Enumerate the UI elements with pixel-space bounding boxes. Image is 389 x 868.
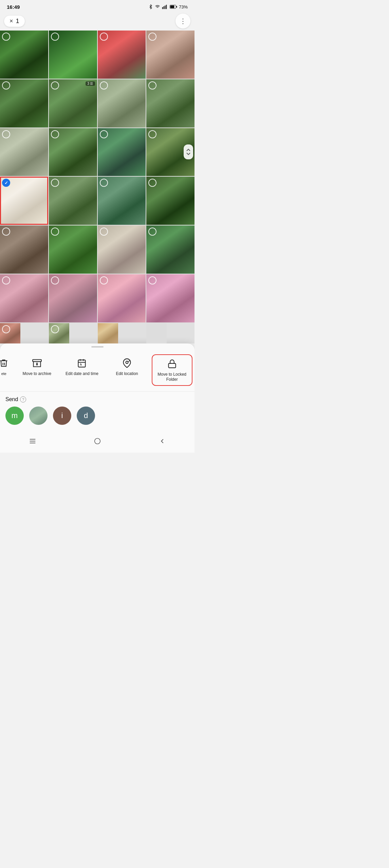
select-circle	[148, 130, 156, 138]
photo-cell[interactable]	[0, 323, 20, 343]
help-icon[interactable]: ?	[20, 396, 26, 402]
nav-bar	[0, 431, 194, 453]
select-circle	[51, 81, 59, 90]
edit-date-label: Edit date and time	[66, 371, 98, 377]
nav-back-button[interactable]	[155, 434, 170, 449]
status-bar: 16:49 73%	[0, 0, 194, 12]
svg-rect-4	[166, 5, 167, 9]
photo-cell[interactable]	[146, 225, 194, 274]
photo-cell[interactable]	[0, 79, 48, 127]
selection-badge[interactable]: × 1	[4, 16, 25, 27]
edit-location-label: Edit location	[116, 371, 138, 377]
more-options-button[interactable]: ⋮	[175, 14, 190, 28]
contact-item[interactable]: m	[5, 407, 24, 425]
contact-avatar: m	[5, 407, 24, 425]
select-circle	[2, 325, 10, 333]
photo-cell[interactable]	[146, 323, 167, 343]
move-to-locked-action[interactable]: Move to Locked Folder	[152, 354, 192, 386]
svg-rect-20	[168, 363, 175, 368]
select-circle	[2, 81, 10, 90]
photo-cell[interactable]	[49, 323, 69, 343]
svg-line-18	[128, 361, 130, 361]
photo-cell[interactable]	[98, 274, 146, 322]
location-icon	[121, 357, 133, 369]
stack-badge: 3 ☰	[86, 81, 95, 86]
contact-item[interactable]	[29, 407, 48, 425]
contact-avatar: d	[77, 407, 95, 425]
select-circle	[100, 33, 108, 41]
select-circle	[2, 228, 10, 236]
photo-cell[interactable]	[146, 274, 194, 322]
contacts-row: m i d	[5, 407, 189, 428]
photo-cell[interactable]	[0, 274, 48, 322]
photo-cell[interactable]	[146, 177, 194, 225]
photo-cell[interactable]	[98, 225, 146, 274]
status-icons: 73%	[148, 4, 188, 9]
photo-cell[interactable]	[49, 274, 97, 322]
signal-icon	[162, 4, 168, 9]
photo-cell[interactable]	[49, 177, 97, 225]
contact-avatar	[29, 407, 48, 425]
photo-cell[interactable]	[49, 225, 97, 274]
photo-cell[interactable]	[146, 128, 194, 176]
battery-icon	[170, 4, 177, 9]
photo-cell[interactable]	[49, 31, 97, 79]
contact-avatar: i	[53, 407, 71, 425]
select-circle	[2, 33, 10, 41]
photo-cell[interactable]	[49, 128, 97, 176]
edit-location-action[interactable]: Edit location	[107, 354, 147, 379]
photo-cell[interactable]	[98, 79, 146, 127]
select-circle	[51, 276, 59, 284]
archive-icon	[31, 357, 43, 369]
send-section: Send ? m i	[0, 392, 194, 431]
photo-cell[interactable]	[0, 128, 48, 176]
contact-item[interactable]: i	[53, 407, 71, 425]
delete-action[interactable]: ete	[0, 354, 12, 379]
selection-count: 1	[16, 18, 19, 25]
more-icon: ⋮	[180, 17, 186, 25]
contact-item[interactable]: d	[77, 407, 95, 425]
photo-grid: 3 ☰	[0, 31, 194, 343]
battery-percent: 73%	[179, 4, 188, 9]
select-circle	[148, 276, 156, 284]
photo-cell[interactable]	[98, 323, 118, 343]
svg-rect-6	[170, 5, 174, 8]
location-svg	[122, 358, 132, 368]
svg-line-19	[130, 360, 130, 360]
svg-rect-7	[176, 6, 177, 8]
photo-cell[interactable]	[98, 177, 146, 225]
scroll-indicator[interactable]	[184, 144, 193, 159]
nav-menu-button[interactable]	[25, 434, 40, 449]
select-circle	[2, 130, 10, 138]
svg-rect-11	[78, 360, 86, 367]
nav-home-button[interactable]	[90, 434, 105, 449]
top-bar: × 1 ⋮	[0, 12, 194, 31]
hamburger-icon	[29, 437, 36, 445]
photo-cell[interactable]	[98, 128, 146, 176]
edit-date-action[interactable]: Edit date and time	[61, 354, 102, 379]
back-arrow-icon	[159, 437, 166, 445]
photo-cell[interactable]	[0, 31, 48, 79]
sheet-handle	[91, 346, 104, 348]
select-circle	[51, 325, 59, 333]
move-to-archive-action[interactable]: Move to archive	[17, 354, 57, 379]
photo-cell[interactable]	[146, 31, 194, 79]
photo-cell[interactable]	[146, 79, 194, 127]
svg-rect-2	[163, 6, 164, 9]
calendar-icon	[76, 357, 88, 369]
lock-icon	[166, 358, 178, 370]
select-circle	[100, 276, 108, 284]
close-button[interactable]: ×	[10, 18, 13, 25]
photo-cell-selected[interactable]	[0, 177, 48, 225]
photo-cell[interactable]: 3 ☰	[49, 79, 97, 127]
select-circle	[51, 228, 59, 236]
delete-svg	[0, 358, 8, 368]
photo-cell[interactable]	[98, 31, 146, 79]
photo-cell[interactable]	[0, 225, 48, 274]
calendar-svg	[77, 358, 87, 368]
bluetooth-icon	[148, 4, 153, 9]
lock-svg	[167, 359, 177, 369]
status-time: 16:49	[7, 4, 20, 10]
select-circle	[148, 81, 156, 90]
select-circle	[51, 130, 59, 138]
